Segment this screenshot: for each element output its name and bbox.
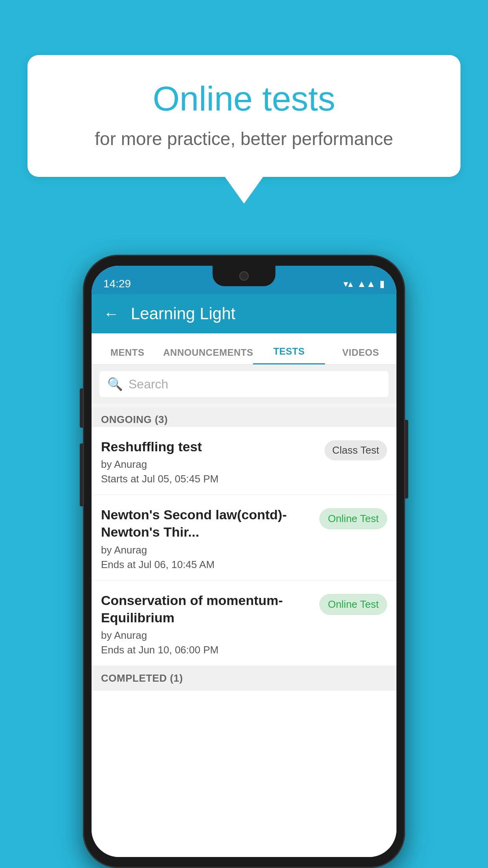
test-item-1-author: by Anurag xyxy=(101,458,318,471)
test-item-1-badge: Class Test xyxy=(325,440,387,460)
search-icon: 🔍 xyxy=(107,377,123,392)
battery-icon: ▮ xyxy=(380,278,385,289)
tab-announcements[interactable]: ANNOUNCEMENTS xyxy=(163,347,253,364)
test-item-1-content: Reshuffling test by Anurag Starts at Jul… xyxy=(101,438,318,485)
tab-videos[interactable]: VIDEOS xyxy=(325,347,396,364)
status-icons: ▾▴ ▲▲ ▮ xyxy=(343,270,385,289)
phone-button-power xyxy=(405,420,408,498)
speech-bubble-subtitle: for more practice, better performance xyxy=(59,128,429,149)
signal-icon: ▲▲ xyxy=(357,278,376,289)
phone-button-volume-up xyxy=(80,388,83,428)
search-bar-container: 🔍 Search xyxy=(92,365,396,403)
test-item-2[interactable]: Newton's Second law(contd)-Newton's Thir… xyxy=(92,495,396,580)
test-item-2-title: Newton's Second law(contd)-Newton's Thir… xyxy=(101,506,313,541)
test-list: Reshuffling test by Anurag Starts at Jul… xyxy=(92,427,396,857)
completed-section-label: COMPLETED (1) xyxy=(92,666,396,691)
speech-bubble: Online tests for more practice, better p… xyxy=(28,55,460,177)
phone-shell: 14:29 ▾▴ ▲▲ ▮ ← Learning Light MENTS ANN… xyxy=(83,255,405,868)
test-item-3-author: by Anurag xyxy=(101,629,313,642)
back-arrow-icon[interactable]: ← xyxy=(103,305,119,323)
test-item-1-title: Reshuffling test xyxy=(101,438,318,455)
test-item-2-author: by Anurag xyxy=(101,544,313,556)
wifi-icon: ▾▴ xyxy=(343,278,353,289)
test-item-1[interactable]: Reshuffling test by Anurag Starts at Jul… xyxy=(92,427,396,495)
test-item-2-content: Newton's Second law(contd)-Newton's Thir… xyxy=(101,506,313,570)
test-item-3-date: Ends at Jun 10, 06:00 PM xyxy=(101,644,313,656)
search-placeholder: Search xyxy=(128,377,168,392)
phone-screen: 14:29 ▾▴ ▲▲ ▮ ← Learning Light MENTS ANN… xyxy=(92,266,396,857)
phone-notch xyxy=(213,266,275,286)
phone-camera xyxy=(239,271,249,281)
test-item-3-badge: Online Test xyxy=(319,594,387,615)
tab-tests[interactable]: TESTS xyxy=(253,346,325,364)
test-item-2-badge: Online Test xyxy=(319,508,387,529)
status-time: 14:29 xyxy=(103,270,131,290)
test-item-2-date: Ends at Jul 06, 10:45 AM xyxy=(101,559,313,571)
speech-bubble-title: Online tests xyxy=(59,79,429,119)
test-item-3-content: Conservation of momentum-Equilibrium by … xyxy=(101,592,313,656)
app-bar: ← Learning Light xyxy=(92,294,396,333)
search-input[interactable]: 🔍 Search xyxy=(99,371,389,397)
speech-bubble-container: Online tests for more practice, better p… xyxy=(28,55,460,204)
tabs-bar: MENTS ANNOUNCEMENTS TESTS VIDEOS xyxy=(92,333,396,365)
test-item-1-date: Starts at Jul 05, 05:45 PM xyxy=(101,473,318,485)
test-item-3[interactable]: Conservation of momentum-Equilibrium by … xyxy=(92,581,396,666)
app-title: Learning Light xyxy=(131,304,235,323)
speech-bubble-arrow xyxy=(224,176,264,204)
phone-container: 14:29 ▾▴ ▲▲ ▮ ← Learning Light MENTS ANN… xyxy=(83,255,405,868)
test-item-3-title: Conservation of momentum-Equilibrium xyxy=(101,592,313,626)
tab-ments[interactable]: MENTS xyxy=(92,347,163,364)
phone-button-volume-down xyxy=(80,443,83,506)
